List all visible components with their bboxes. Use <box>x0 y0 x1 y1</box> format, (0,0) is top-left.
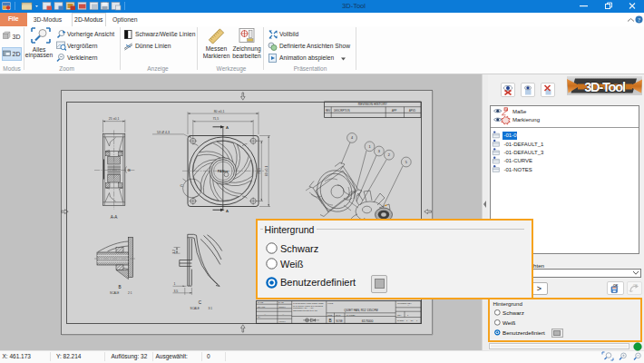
svg-text:NAME: NAME <box>258 301 264 303</box>
svg-text:B: B <box>128 168 131 172</box>
svg-text:71,5: 71,5 <box>212 117 219 121</box>
svg-text:SIZE: SIZE <box>327 314 332 316</box>
svg-text:SHEET: SHEET <box>397 319 405 321</box>
svg-text:A: A <box>226 125 229 130</box>
svg-text:A: A <box>226 209 229 213</box>
svg-text:B: B <box>328 319 331 323</box>
svg-text:APP: APP <box>392 109 396 113</box>
svg-text:CURRENT REV: CURRENT REV <box>397 302 412 304</box>
svg-text:3:1: 3:1 <box>209 307 213 310</box>
svg-text:3D-Tool: 3D-Tool <box>584 80 625 94</box>
svg-text:DATE: DATE <box>278 301 284 303</box>
svg-text:1: 1 <box>174 282 176 286</box>
svg-text:B: B <box>118 285 121 289</box>
svg-text:DRAWN: DRAWN <box>258 306 266 308</box>
svg-text:25 ±0,1: 25 ±0,1 <box>109 117 120 121</box>
svg-text:A-A: A-A <box>111 215 119 220</box>
svg-text:6/17/04: 6/17/04 <box>279 320 287 322</box>
svg-text:3: 3 <box>378 150 380 153</box>
svg-text:1: 1 <box>368 145 370 149</box>
svg-text:TITLE: TITLE <box>327 302 333 304</box>
svg-text:DWG: DWG <box>336 314 341 316</box>
svg-text:80 ±0,1: 80 ±0,1 <box>214 110 225 113</box>
svg-text:THE INFORMATION CONTAINED: THE INFORMATION CONTAINED <box>293 302 324 304</box>
svg-text:SCALE: SCALE <box>110 291 119 295</box>
svg-text:71,5: 71,5 <box>258 168 261 174</box>
svg-text:REVISION HISTORY: REVISION HISTORY <box>358 103 388 106</box>
svg-text:2/15/04: 2/15/04 <box>279 306 287 308</box>
svg-text:2: 2 <box>388 153 390 157</box>
svg-text:SCALE: SCALE <box>190 307 200 310</box>
svg-text:C: C <box>181 183 183 188</box>
svg-text:5: 5 <box>405 161 407 164</box>
svg-text:80 ±0,1: 80 ±0,1 <box>265 166 268 177</box>
svg-text:REV: REV <box>326 109 331 113</box>
svg-text:PROPERTY OF ... ANY: PROPERTY OF ... ANY <box>293 307 315 309</box>
svg-text:4: 4 <box>351 136 353 140</box>
svg-text:FANco: FANco <box>218 170 229 173</box>
svg-text:2D: 2D <box>13 51 21 57</box>
svg-text:IN THIS DRAWING IS THE SOLE: IN THIS DRAWING IS THE SOLE <box>293 305 323 307</box>
svg-text:QA: QA <box>258 316 261 318</box>
svg-text:?: ? <box>638 16 640 23</box>
svg-text:3,5: 3,5 <box>174 289 179 293</box>
svg-text:2:1: 2:1 <box>128 291 132 295</box>
svg-text:QUIET FAN, R12 135CFM: QUIET FAN, R12 135CFM <box>344 309 378 312</box>
svg-text:5X Ø 4,3: 5X Ø 4,3 <box>157 131 170 134</box>
svg-text:REPRODUCTION IN PART: REPRODUCTION IN PART <box>293 309 317 311</box>
svg-text:APVD: APVD <box>409 109 415 113</box>
svg-text:NONE: NONE <box>336 319 343 323</box>
svg-text:617000: 617000 <box>362 319 374 323</box>
svg-text:3D: 3D <box>13 34 21 40</box>
svg-text:CAT-NBR: CAT-NBR <box>346 314 356 316</box>
svg-text:DESCRIPTION: DESCRIPTION <box>334 109 350 113</box>
svg-text:1,2: 1,2 <box>172 250 176 254</box>
svg-text:REV: REV <box>397 314 402 316</box>
